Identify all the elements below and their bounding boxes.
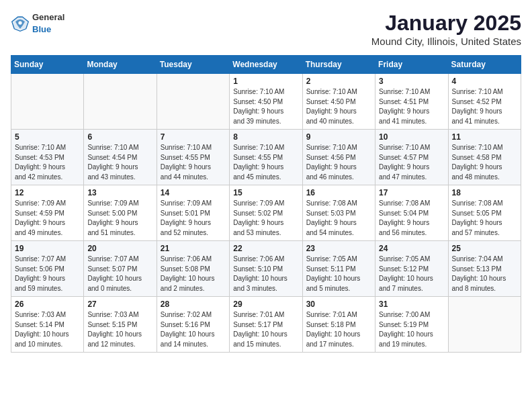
- calendar-cell: 12Sunrise: 7:09 AM Sunset: 4:59 PM Dayli…: [11, 185, 84, 241]
- calendar-cell: 11Sunrise: 7:10 AM Sunset: 4:58 PM Dayli…: [448, 130, 521, 185]
- day-info: Sunrise: 7:10 AM Sunset: 4:55 PM Dayligh…: [233, 143, 298, 182]
- calendar-cell: 8Sunrise: 7:10 AM Sunset: 4:55 PM Daylig…: [230, 130, 302, 185]
- calendar-cell: 17Sunrise: 7:08 AM Sunset: 5:04 PM Dayli…: [375, 185, 448, 241]
- svg-point-2: [18, 21, 21, 24]
- calendar-cell: 18Sunrise: 7:08 AM Sunset: 5:05 PM Dayli…: [448, 185, 521, 241]
- calendar-header-saturday: Saturday: [448, 56, 521, 74]
- day-number: 25: [452, 244, 517, 253]
- calendar-cell: [448, 297, 521, 353]
- calendar-location: Mound City, Illinois, United States: [371, 36, 521, 47]
- day-number: 29: [233, 300, 298, 309]
- day-info: Sunrise: 7:10 AM Sunset: 4:52 PM Dayligh…: [452, 87, 517, 126]
- day-number: 13: [87, 188, 152, 197]
- day-info: Sunrise: 7:10 AM Sunset: 4:54 PM Dayligh…: [87, 143, 152, 182]
- calendar-header-monday: Monday: [84, 56, 157, 74]
- calendar-table: SundayMondayTuesdayWednesdayThursdayFrid…: [11, 55, 521, 353]
- calendar-header-friday: Friday: [375, 56, 448, 74]
- calendar-cell: 14Sunrise: 7:09 AM Sunset: 5:01 PM Dayli…: [157, 185, 229, 241]
- day-info: Sunrise: 7:01 AM Sunset: 5:18 PM Dayligh…: [306, 310, 371, 349]
- calendar-header-sunday: Sunday: [11, 56, 84, 74]
- day-number: 4: [452, 77, 517, 86]
- calendar-header-row: SundayMondayTuesdayWednesdayThursdayFrid…: [11, 56, 521, 74]
- day-number: 23: [306, 244, 371, 253]
- calendar-cell: 3Sunrise: 7:10 AM Sunset: 4:51 PM Daylig…: [375, 74, 448, 130]
- day-number: 26: [15, 300, 80, 309]
- day-info: Sunrise: 7:06 AM Sunset: 5:10 PM Dayligh…: [233, 255, 298, 293]
- day-number: 20: [87, 244, 152, 253]
- calendar-cell: 25Sunrise: 7:04 AM Sunset: 5:13 PM Dayli…: [448, 241, 521, 297]
- day-info: Sunrise: 7:09 AM Sunset: 5:01 PM Dayligh…: [161, 199, 226, 238]
- page-header: General Blue January 2025 Mound City, Il…: [11, 11, 521, 47]
- day-number: 30: [306, 300, 371, 309]
- day-number: 12: [15, 188, 80, 197]
- day-info: Sunrise: 7:03 AM Sunset: 5:15 PM Dayligh…: [87, 310, 152, 349]
- calendar-cell: 26Sunrise: 7:03 AM Sunset: 5:14 PM Dayli…: [11, 297, 84, 353]
- calendar-cell: 20Sunrise: 7:07 AM Sunset: 5:07 PM Dayli…: [84, 241, 157, 297]
- day-number: 19: [15, 244, 80, 253]
- calendar-week-row: 26Sunrise: 7:03 AM Sunset: 5:14 PM Dayli…: [11, 297, 521, 353]
- calendar-header-thursday: Thursday: [302, 56, 375, 74]
- day-info: Sunrise: 7:05 AM Sunset: 5:12 PM Dayligh…: [379, 255, 444, 293]
- day-info: Sunrise: 7:09 AM Sunset: 4:59 PM Dayligh…: [15, 199, 80, 238]
- calendar-cell: 23Sunrise: 7:05 AM Sunset: 5:11 PM Dayli…: [302, 241, 375, 297]
- calendar-cell: 4Sunrise: 7:10 AM Sunset: 4:52 PM Daylig…: [448, 74, 521, 130]
- day-info: Sunrise: 7:10 AM Sunset: 4:50 PM Dayligh…: [233, 87, 298, 126]
- day-number: 21: [161, 244, 226, 253]
- day-number: 17: [379, 188, 444, 197]
- logo-text: General Blue: [32, 11, 64, 35]
- calendar-cell: 2Sunrise: 7:10 AM Sunset: 4:50 PM Daylig…: [302, 74, 375, 130]
- calendar-header-wednesday: Wednesday: [230, 56, 302, 74]
- calendar-week-row: 12Sunrise: 7:09 AM Sunset: 4:59 PM Dayli…: [11, 185, 521, 241]
- day-info: Sunrise: 7:04 AM Sunset: 5:13 PM Dayligh…: [452, 255, 517, 293]
- day-number: 10: [379, 132, 444, 142]
- calendar-cell: [157, 74, 229, 130]
- day-number: 22: [233, 244, 298, 253]
- calendar-cell: 30Sunrise: 7:01 AM Sunset: 5:18 PM Dayli…: [302, 297, 375, 353]
- calendar-cell: 10Sunrise: 7:10 AM Sunset: 4:57 PM Dayli…: [375, 130, 448, 185]
- calendar-header-tuesday: Tuesday: [157, 56, 229, 74]
- day-info: Sunrise: 7:09 AM Sunset: 5:02 PM Dayligh…: [233, 199, 298, 238]
- calendar-week-row: 19Sunrise: 7:07 AM Sunset: 5:06 PM Dayli…: [11, 241, 521, 297]
- day-info: Sunrise: 7:10 AM Sunset: 4:55 PM Dayligh…: [161, 143, 226, 182]
- day-info: Sunrise: 7:07 AM Sunset: 5:06 PM Dayligh…: [15, 255, 80, 293]
- calendar-cell: 15Sunrise: 7:09 AM Sunset: 5:02 PM Dayli…: [230, 185, 302, 241]
- calendar-cell: [11, 74, 84, 130]
- calendar-cell: 1Sunrise: 7:10 AM Sunset: 4:50 PM Daylig…: [230, 74, 302, 130]
- calendar-cell: 21Sunrise: 7:06 AM Sunset: 5:08 PM Dayli…: [157, 241, 229, 297]
- day-info: Sunrise: 7:10 AM Sunset: 4:56 PM Dayligh…: [306, 143, 371, 182]
- calendar-cell: 29Sunrise: 7:01 AM Sunset: 5:17 PM Dayli…: [230, 297, 302, 353]
- calendar-cell: 28Sunrise: 7:02 AM Sunset: 5:16 PM Dayli…: [157, 297, 229, 353]
- day-number: 15: [233, 188, 298, 197]
- calendar-cell: 6Sunrise: 7:10 AM Sunset: 4:54 PM Daylig…: [84, 130, 157, 185]
- day-info: Sunrise: 7:03 AM Sunset: 5:14 PM Dayligh…: [15, 310, 80, 349]
- logo-general: General: [32, 12, 64, 22]
- day-info: Sunrise: 7:09 AM Sunset: 5:00 PM Dayligh…: [87, 199, 152, 238]
- calendar-cell: [84, 74, 157, 130]
- day-info: Sunrise: 7:08 AM Sunset: 5:04 PM Dayligh…: [379, 199, 444, 238]
- day-info: Sunrise: 7:08 AM Sunset: 5:03 PM Dayligh…: [306, 199, 371, 238]
- day-number: 7: [161, 132, 226, 142]
- day-info: Sunrise: 7:02 AM Sunset: 5:16 PM Dayligh…: [161, 310, 226, 349]
- day-number: 11: [452, 132, 517, 142]
- day-info: Sunrise: 7:10 AM Sunset: 4:57 PM Dayligh…: [379, 143, 444, 182]
- calendar-cell: 9Sunrise: 7:10 AM Sunset: 4:56 PM Daylig…: [302, 130, 375, 185]
- calendar-cell: 13Sunrise: 7:09 AM Sunset: 5:00 PM Dayli…: [84, 185, 157, 241]
- day-info: Sunrise: 7:08 AM Sunset: 5:05 PM Dayligh…: [452, 199, 517, 238]
- calendar-cell: 16Sunrise: 7:08 AM Sunset: 5:03 PM Dayli…: [302, 185, 375, 241]
- day-number: 8: [233, 132, 298, 142]
- day-info: Sunrise: 7:10 AM Sunset: 4:51 PM Dayligh…: [379, 87, 444, 126]
- day-number: 14: [161, 188, 226, 197]
- calendar-cell: 19Sunrise: 7:07 AM Sunset: 5:06 PM Dayli…: [11, 241, 84, 297]
- day-number: 9: [306, 132, 371, 142]
- day-number: 28: [161, 300, 226, 309]
- calendar-cell: 24Sunrise: 7:05 AM Sunset: 5:12 PM Dayli…: [375, 241, 448, 297]
- calendar-week-row: 5Sunrise: 7:10 AM Sunset: 4:53 PM Daylig…: [11, 130, 521, 185]
- day-info: Sunrise: 7:05 AM Sunset: 5:11 PM Dayligh…: [306, 255, 371, 293]
- calendar-title: January 2025: [371, 11, 521, 36]
- calendar-cell: 7Sunrise: 7:10 AM Sunset: 4:55 PM Daylig…: [157, 130, 229, 185]
- day-number: 27: [87, 300, 152, 309]
- calendar-cell: 27Sunrise: 7:03 AM Sunset: 5:15 PM Dayli…: [84, 297, 157, 353]
- day-number: 5: [15, 132, 80, 142]
- day-info: Sunrise: 7:10 AM Sunset: 4:53 PM Dayligh…: [15, 143, 80, 182]
- day-info: Sunrise: 7:00 AM Sunset: 5:19 PM Dayligh…: [379, 310, 444, 349]
